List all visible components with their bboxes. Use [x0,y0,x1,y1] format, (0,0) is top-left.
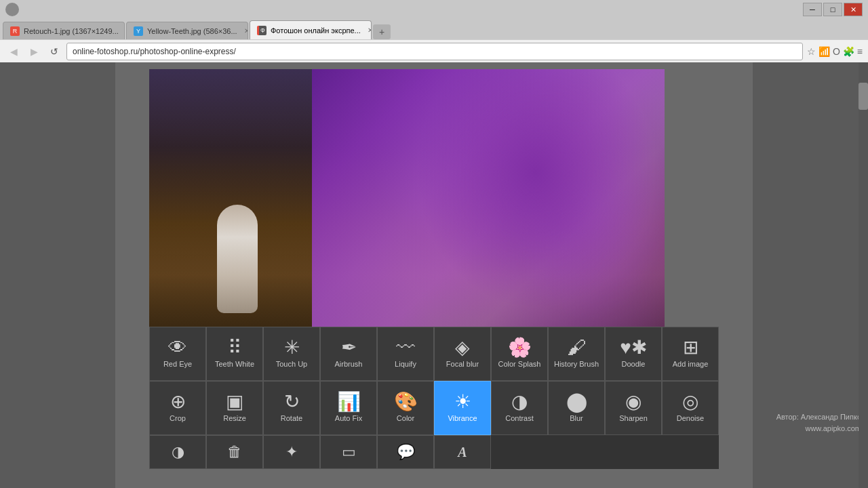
ext-icon[interactable]: 🧩 [843,46,854,57]
address-input[interactable]: online-fotoshop.ru/photoshop-online-expr… [66,43,803,60]
address-icons: ☆ 📶 O 🧩 ≡ [807,46,863,57]
resize-label: Resize [223,414,246,423]
tool-color[interactable]: 🎨 Color [377,381,434,435]
tool-auto-fix[interactable]: 📊 Auto Fix [320,381,377,435]
menu-icon[interactable]: ≡ [857,46,863,57]
tab-bar: R Retouch-1.jpg (1367×1249... ✕ Y Yellow… [0,19,868,39]
doodle-label: Doodle [622,360,646,369]
tool-vibrance[interactable]: ☀ Vibrance [434,381,491,435]
blur-label: Blur [570,414,583,423]
airbrush-icon: ✒ [341,338,357,357]
tab-favicon-retouch: R [10,26,20,36]
opera-icon[interactable]: O [833,46,840,57]
history-brush-icon: 🖌 [567,338,586,357]
sharpen-label: Sharpen [619,414,648,423]
liquify-icon: 〰 [396,338,415,357]
doodle-icon: ♥✱ [620,338,647,357]
tool-sharpen[interactable]: ◉ Sharpen [605,381,662,435]
denoise-icon: ◎ [682,392,698,411]
tab-teeth[interactable]: Y Yellow-Teeth.jpg (586×36... ✕ [126,22,248,39]
address-bar: ◀ ▶ ↺ online-fotoshop.ru/photoshop-onlin… [0,39,868,62]
bride-figure [217,205,258,313]
tool-t1[interactable]: ◑ [149,435,206,469]
vibrance-label: Vibrance [448,414,477,423]
rotate-label: Rotate [281,414,302,423]
back-button[interactable]: ◀ [5,43,22,60]
minimize-button[interactable]: ─ [803,3,822,16]
image-container: 👁 Red Eye ⠿ Teeth White ✳ Touch Up ✒ Air… [149,69,719,469]
fabric-overlay [312,69,665,327]
red-eye-icon: 👁 [168,338,187,357]
main-content: 👁 Red Eye ⠿ Teeth White ✳ Touch Up ✒ Air… [0,62,868,488]
tab-close-fotoshop[interactable]: ✕ [368,26,372,34]
tool-t3[interactable]: ✦ [263,435,320,469]
resize-icon: ▣ [226,392,243,411]
history-brush-label: History Brush [554,360,599,369]
tool-airbrush[interactable]: ✒ Airbrush [320,327,377,381]
star-icon[interactable]: ☆ [807,46,816,57]
tool-denoise[interactable]: ◎ Denoise [662,381,719,435]
left-sidebar [0,62,115,488]
tool-crop[interactable]: ⊕ Crop [149,381,206,435]
watermark-line2: www.apipko.com [776,423,861,434]
tool-t6[interactable]: A [434,435,491,469]
red-eye-label: Red Eye [163,360,192,369]
canvas-image[interactable] [149,69,665,327]
tool-resize[interactable]: ▣ Resize [206,381,263,435]
browser-chrome: ─ □ ✕ R Retouch-1.jpg (1367×1249... ✕ Y … [0,0,868,62]
auto-fix-label: Auto Fix [335,414,362,423]
tool-t4[interactable]: ▭ [320,435,377,469]
add-image-label: Add image [673,360,709,369]
teeth-white-icon: ⠿ [228,338,242,357]
tool-liquify[interactable]: 〰 Liquify [377,327,434,381]
teeth-white-label: Teeth White [215,360,254,369]
window-icon [5,3,19,16]
auto-fix-icon: 📊 [337,392,361,411]
canvas-area: 👁 Red Eye ⠿ Teeth White ✳ Touch Up ✒ Air… [115,62,753,488]
tool-teeth-white[interactable]: ⠿ Teeth White [206,327,263,381]
tab-label-retouch: Retouch-1.jpg (1367×1249... [24,27,119,35]
tool-focal-blur[interactable]: ◈ Focal blur [434,327,491,381]
scrollbar-vertical[interactable] [859,62,868,488]
tool-doodle[interactable]: ♥✱ Doodle [605,327,662,381]
focal-blur-icon: ◈ [455,338,470,357]
watermark-line1: Автор: Александр Пипко [776,411,861,423]
scrollbar-thumb[interactable] [859,83,868,110]
tool-t5[interactable]: 💬 [377,435,434,469]
refresh-button[interactable]: ↺ [46,43,62,60]
tool-contrast[interactable]: ◑ Contrast [491,381,548,435]
new-tab-button[interactable]: + [373,24,391,39]
liquify-label: Liquify [395,360,416,369]
add-image-icon: ⊞ [683,338,698,357]
tool-t2[interactable]: 🗑 [206,435,263,469]
tab-retouch[interactable]: R Retouch-1.jpg (1367×1249... ✕ [3,22,125,39]
title-bar-left [5,3,19,16]
tab-close-teeth[interactable]: ✕ [244,27,248,35]
contrast-label: Contrast [505,414,534,423]
airbrush-label: Airbrush [335,360,363,369]
address-text: online-fotoshop.ru/photoshop-online-expr… [73,47,236,56]
denoise-label: Denoise [677,414,704,423]
touch-up-icon: ✳ [284,338,300,357]
tab-fotoshop[interactable]: Ф Фотошон онлайн эксрпе... ✕ [250,20,372,39]
title-bar: ─ □ ✕ [0,0,868,19]
stats-icon[interactable]: 📶 [818,46,830,57]
tool-red-eye[interactable]: 👁 Red Eye [149,327,206,381]
tab-label-teeth: Yellow-Teeth.jpg (586×36... [147,27,237,35]
forward-button[interactable]: ▶ [26,43,42,60]
title-bar-buttons: ─ □ ✕ [803,3,863,16]
watermark: Автор: Александр Пипко www.apipko.com [776,411,861,434]
close-button[interactable]: ✕ [844,3,863,16]
color-splash-icon: 🌸 [508,338,532,357]
tool-color-splash[interactable]: 🌸 Color Splash [491,327,548,381]
tool-rotate[interactable]: ↻ Rotate [263,381,320,435]
tool-blur[interactable]: ⬤ Blur [548,381,605,435]
sharpen-icon: ◉ [625,392,642,411]
vibrance-icon: ☀ [454,392,471,411]
tool-history-brush[interactable]: 🖌 History Brush [548,327,605,381]
tool-add-image[interactable]: ⊞ Add image [662,327,719,381]
touch-up-label: Touch Up [276,360,307,369]
color-icon: 🎨 [394,392,418,411]
tool-touch-up[interactable]: ✳ Touch Up [263,327,320,381]
maximize-button[interactable]: □ [823,3,842,16]
